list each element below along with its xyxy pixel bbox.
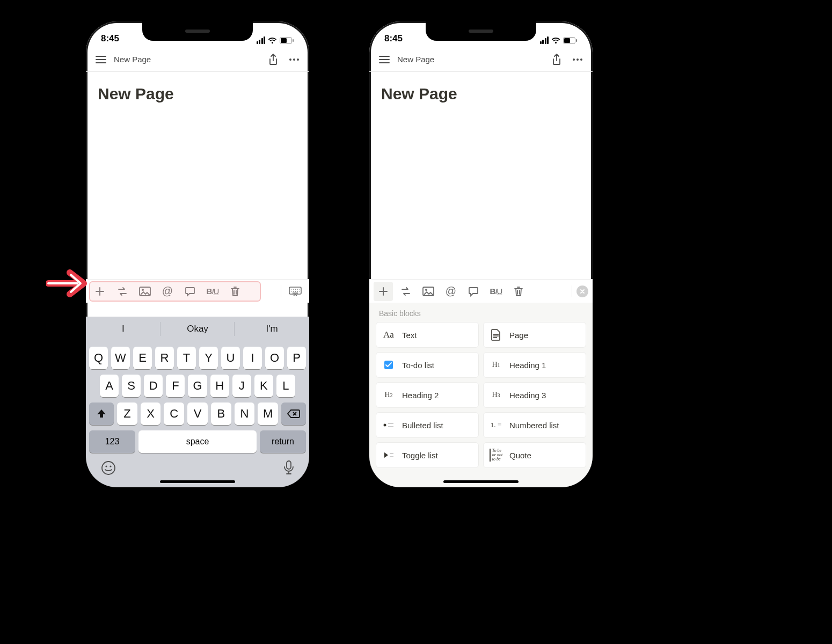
key-d[interactable]: D — [144, 375, 163, 397]
key-x[interactable]: X — [141, 402, 161, 425]
block-item-to-do-list[interactable]: To-do list — [376, 352, 479, 378]
format-button[interactable]: BIU — [486, 282, 506, 301]
arrow-annotation — [46, 267, 89, 302]
key-p[interactable]: P — [287, 347, 306, 369]
page-icon — [489, 328, 503, 342]
key-h[interactable]: H — [210, 375, 229, 397]
key-s[interactable]: S — [122, 375, 141, 397]
mention-button[interactable]: @ — [158, 282, 177, 301]
turn-into-button[interactable] — [113, 282, 132, 301]
block-item-heading-2[interactable]: H2Heading 2 — [376, 382, 479, 408]
image-button[interactable] — [135, 282, 155, 301]
key-r[interactable]: R — [155, 347, 174, 369]
block-item-heading-3[interactable]: H3Heading 3 — [483, 382, 586, 408]
block-item-label: To-do list — [402, 361, 434, 370]
notch — [142, 21, 253, 41]
space-key[interactable]: space — [138, 430, 257, 453]
more-icon[interactable] — [572, 58, 583, 61]
numbers-key[interactable]: 123 — [89, 430, 135, 453]
block-item-text[interactable]: AaText — [376, 322, 479, 348]
key-b[interactable]: B — [211, 402, 231, 425]
phone-right: 8:45 New Page New Page — [369, 21, 593, 487]
key-w[interactable]: W — [111, 347, 130, 369]
format-button[interactable]: BIU — [203, 282, 222, 301]
svg-point-11 — [110, 465, 111, 467]
emoji-key[interactable] — [101, 460, 116, 479]
key-z[interactable]: Z — [117, 402, 137, 425]
svg-point-9 — [102, 462, 115, 474]
block-item-quote[interactable]: To beor notto beQuote — [483, 442, 586, 468]
more-icon[interactable] — [289, 58, 300, 61]
home-indicator[interactable] — [443, 480, 519, 483]
turn-into-button[interactable] — [396, 282, 415, 301]
block-item-label: Heading 3 — [509, 391, 546, 400]
mention-button[interactable]: @ — [441, 282, 461, 301]
block-item-toggle-list[interactable]: Toggle list — [376, 442, 479, 468]
keyboard-toggle-button[interactable] — [286, 282, 305, 301]
add-block-button[interactable] — [374, 282, 393, 301]
key-n[interactable]: N — [235, 402, 255, 425]
comment-button[interactable] — [180, 282, 200, 301]
key-c[interactable]: C — [164, 402, 184, 425]
delete-button[interactable] — [225, 282, 245, 301]
block-item-numbered-list[interactable]: 1. ≡Numbered list — [483, 412, 586, 438]
menu-icon[interactable] — [379, 55, 390, 64]
phone-left: 8:45 New Page New Page — [86, 21, 309, 487]
key-v[interactable]: V — [187, 402, 208, 425]
svg-rect-2 — [293, 39, 294, 42]
H1-icon: H1 — [489, 358, 503, 372]
return-key[interactable]: return — [260, 430, 306, 453]
suggestion[interactable]: I'm — [235, 317, 309, 341]
key-g[interactable]: G — [188, 375, 207, 397]
key-q[interactable]: Q — [89, 347, 108, 369]
suggestion[interactable]: Okay — [160, 317, 235, 341]
share-icon[interactable] — [268, 54, 278, 65]
H3-icon: H3 — [489, 388, 503, 402]
svg-point-10 — [105, 465, 107, 467]
key-l[interactable]: L — [276, 375, 295, 397]
svg-point-4 — [293, 58, 295, 61]
home-indicator[interactable] — [160, 480, 235, 483]
signal-icon — [540, 36, 549, 44]
key-m[interactable]: M — [258, 402, 278, 425]
wifi-icon — [551, 37, 560, 44]
backspace-key[interactable] — [281, 402, 306, 425]
page-title[interactable]: New Page — [369, 72, 593, 103]
key-f[interactable]: F — [166, 375, 185, 397]
status-time: 8:45 — [101, 33, 119, 44]
keyboard[interactable]: I Okay I'm QWERTYUIOP ASDFGHJKL ZXCVBNM … — [86, 317, 309, 487]
battery-icon — [563, 37, 578, 44]
key-t[interactable]: T — [177, 347, 196, 369]
menu-icon[interactable] — [96, 55, 106, 64]
key-o[interactable]: O — [265, 347, 284, 369]
svg-point-3 — [289, 58, 291, 61]
key-k[interactable]: K — [254, 375, 273, 397]
key-a[interactable]: A — [100, 375, 119, 397]
editor-toolbar: @ BIU — [369, 279, 593, 303]
key-u[interactable]: U — [221, 347, 240, 369]
dictation-key[interactable] — [283, 460, 294, 479]
key-y[interactable]: Y — [199, 347, 218, 369]
key-e[interactable]: E — [133, 347, 152, 369]
block-item-page[interactable]: Page — [483, 322, 586, 348]
block-item-heading-1[interactable]: H1Heading 1 — [483, 352, 586, 378]
comment-button[interactable] — [464, 282, 483, 301]
key-j[interactable]: J — [232, 375, 251, 397]
delete-button[interactable] — [509, 282, 528, 301]
close-panel-button[interactable] — [576, 286, 588, 297]
wifi-icon — [268, 37, 277, 44]
block-item-label: Heading 2 — [402, 391, 439, 400]
key-i[interactable]: I — [243, 347, 262, 369]
block-item-label: Heading 1 — [509, 361, 546, 370]
image-button[interactable] — [419, 282, 438, 301]
svg-point-17 — [576, 58, 579, 61]
number-icon: 1. ≡ — [489, 418, 503, 432]
suggestion[interactable]: I — [86, 317, 160, 341]
battery-icon — [280, 37, 294, 44]
add-block-button[interactable] — [90, 282, 110, 301]
share-icon[interactable] — [552, 54, 561, 65]
shift-key[interactable] — [89, 402, 114, 425]
svg-rect-12 — [287, 461, 291, 469]
page-title[interactable]: New Page — [86, 72, 309, 103]
block-item-bulleted-list[interactable]: Bulleted list — [376, 412, 479, 438]
